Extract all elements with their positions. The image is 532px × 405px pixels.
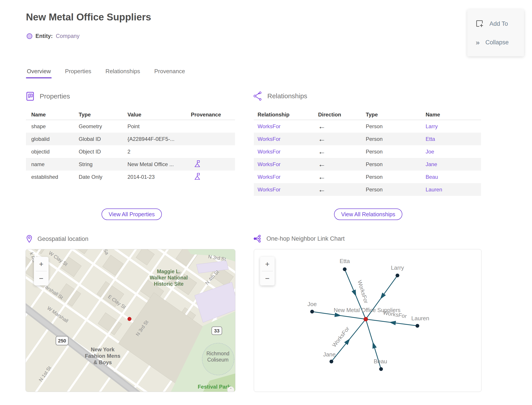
link-chart-section-header: One-hop Neighbor Link Chart — [253, 235, 345, 243]
tab-relationships[interactable]: Relationships — [105, 67, 141, 78]
related-entity-link[interactable]: Beau — [426, 174, 481, 180]
chart-node-jane[interactable] — [330, 360, 333, 364]
geospatial-section-title: Geospatial location — [37, 236, 88, 243]
place-label: Coliseum — [207, 357, 229, 363]
relationship-direction: ← — [318, 135, 366, 143]
chart-node-label: Joe — [307, 301, 317, 307]
related-entity-link[interactable]: Jane — [426, 161, 481, 168]
chart-node-label: Lauren — [412, 315, 429, 322]
chart-zoom-control: + − — [260, 257, 275, 285]
tab-overview[interactable]: Overview — [26, 67, 52, 78]
relationship-row-etta: WorksFor←PersonEtta — [254, 133, 481, 145]
relationship-entity-type: Person — [366, 123, 426, 129]
place-label: & Boys — [93, 359, 112, 365]
related-entity-link[interactable]: Lauren — [426, 187, 481, 193]
entity-type-icon — [27, 33, 32, 39]
route-shield-number: 33 — [214, 328, 219, 334]
floating-action-menu: Add To » Collapse — [467, 9, 524, 56]
map-zoom-in-button[interactable]: + — [34, 257, 48, 271]
properties-icon — [26, 91, 35, 101]
relationships-section-title: Relationships — [267, 92, 307, 100]
relationship-type-link[interactable]: WorksFor — [258, 187, 318, 193]
property-row-globalid: globalidGlobal ID{A228944F-0EF5-... — [26, 133, 235, 145]
property-value: {A228944F-0EF5-... — [127, 136, 191, 142]
route-shield-number: 250 — [58, 338, 66, 344]
related-entity-link[interactable]: Larry — [426, 123, 481, 129]
properties-section-header: Properties — [26, 91, 70, 101]
view-all-relationships-button[interactable]: View All Relationships — [334, 209, 402, 220]
chart-edge-arrow — [389, 321, 396, 325]
relationship-row-beau: WorksFor←PersonBeau — [254, 171, 481, 183]
column-header-name: Name — [31, 112, 79, 118]
related-entity-link[interactable]: Etta — [426, 136, 481, 142]
properties-table-header: NameTypeValueProvenance — [26, 110, 235, 120]
column-header-type: Type — [79, 112, 127, 118]
property-row-established: establishedDate Only2014-01-23 — [26, 171, 235, 183]
relationship-type-link[interactable]: WorksFor — [258, 161, 318, 168]
column-header-name: Name — [426, 112, 481, 118]
chart-node-lauren[interactable] — [416, 324, 419, 328]
provenance-flag-icon[interactable] — [194, 173, 200, 180]
relationship-type-link[interactable]: WorksFor — [258, 123, 318, 129]
property-value: Point — [127, 123, 191, 129]
link-chart-canvas[interactable]: WorksForWorksForWorksForEttaLarryJoeLaur… — [254, 249, 481, 392]
place-label: Maggie L. — [157, 269, 180, 274]
entity-subtitle: Entity: Company — [27, 33, 80, 39]
relationship-entity-type: Person — [366, 187, 426, 193]
chart-zoom-out-button[interactable]: − — [260, 271, 275, 285]
relationship-row-joe: WorksFor←PersonJoe — [254, 145, 481, 158]
map-zoom-out-button[interactable]: − — [34, 271, 48, 285]
place-label: Walker National — [150, 275, 188, 281]
property-type: Date Only — [79, 174, 127, 180]
view-all-properties-button[interactable]: View All Properties — [101, 209, 162, 220]
column-header-value: Value — [127, 112, 191, 118]
relationship-entity-type: Person — [366, 148, 426, 155]
property-name: globalid — [31, 136, 79, 142]
relationship-row-jane: WorksFor←PersonJane — [254, 158, 481, 171]
relationships-table-header: RelationshipDirectionTypeName — [254, 110, 481, 120]
relationship-direction: ← — [318, 160, 366, 169]
chart-edge-arrow — [334, 312, 341, 317]
relationship-entity-type: Person — [366, 136, 426, 142]
place-label: Festival Park — [198, 384, 231, 390]
page-title: New Metal Office Suppliers — [26, 12, 151, 23]
collapse-icon: » — [476, 39, 480, 46]
property-value: 2 — [127, 148, 191, 155]
related-entity-link[interactable]: Joe — [426, 148, 481, 155]
chart-node-label: Jane — [323, 351, 336, 358]
chart-zoom-in-button[interactable]: + — [260, 257, 275, 271]
relationships-icon — [253, 91, 262, 101]
collapse-button[interactable]: » Collapse — [476, 39, 524, 46]
map-marker[interactable] — [127, 317, 132, 321]
tab-bar: OverviewPropertiesRelationshipsProvenanc… — [26, 67, 186, 78]
relationship-direction: ← — [318, 185, 366, 194]
place-label: Fashion Mens — [85, 353, 120, 359]
chart-node-beau[interactable] — [379, 367, 383, 371]
tab-provenance[interactable]: Provenance — [153, 67, 186, 78]
provenance-flag-icon[interactable] — [194, 160, 200, 168]
relationship-type-link[interactable]: WorksFor — [258, 136, 318, 142]
relationship-type-link[interactable]: WorksFor — [258, 148, 318, 155]
chart-node-etta[interactable] — [343, 268, 347, 271]
property-name: shape — [31, 123, 79, 129]
relationship-type-link[interactable]: WorksFor — [258, 174, 318, 180]
add-to-icon — [476, 20, 484, 28]
tab-properties[interactable]: Properties — [64, 67, 92, 78]
relationship-entity-type: Person — [366, 174, 426, 180]
collapse-label: Collapse — [485, 39, 509, 46]
property-type: Geometry — [79, 123, 127, 129]
chart-center-node[interactable] — [364, 317, 368, 321]
property-row-objectid: objectidObject ID2 — [26, 145, 235, 158]
add-to-button[interactable]: Add To — [476, 20, 524, 28]
map-attribution-toggle[interactable]: ⌃ — [227, 386, 234, 392]
chart-node-larry[interactable] — [396, 274, 399, 277]
map-image[interactable]: k RdW Clay StSaN 3rd StN 4th Starshall S… — [26, 249, 235, 392]
property-value: 2014-01-23 — [127, 174, 191, 180]
column-header-direction: Direction — [318, 112, 366, 118]
place-label: New York — [91, 346, 115, 352]
property-type: String — [79, 161, 127, 168]
properties-section-title: Properties — [40, 93, 70, 100]
map-pin-icon — [26, 235, 33, 243]
chart-node-joe[interactable] — [310, 310, 314, 314]
property-name: objectid — [31, 148, 79, 155]
